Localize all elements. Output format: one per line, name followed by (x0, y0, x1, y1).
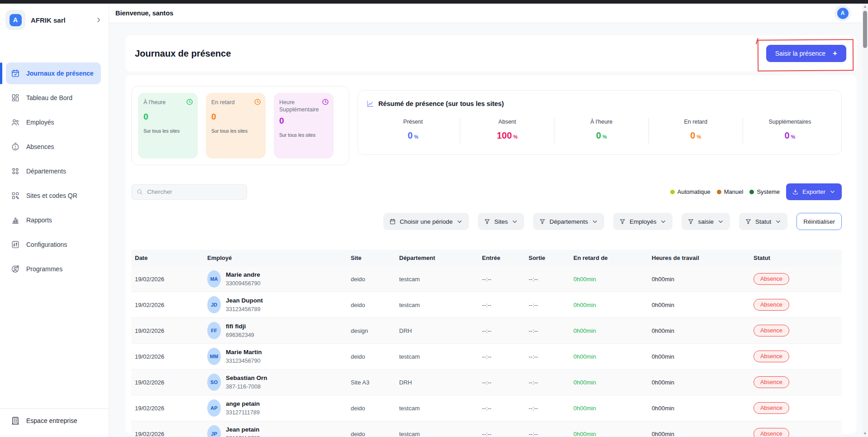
company-brand[interactable]: A AFRIK sarl (0, 4, 109, 36)
column-header-heures-de-travail: Heures de travail (648, 255, 750, 261)
reset-filters-button[interactable]: Réinitialiser (796, 213, 842, 230)
cell-late: 0h00min (570, 379, 648, 386)
table-row[interactable]: 19/02/2026SOSebastian Orn387-116-7008Sit… (131, 370, 842, 395)
table-row[interactable]: 19/02/2026APange petain33127111789deidot… (131, 395, 842, 421)
sidebar-item-tableau-de-bord[interactable]: Tableau de Bord (0, 87, 101, 109)
employee-name: Marie Martin (226, 349, 262, 356)
employee-name: ange petain (226, 400, 260, 408)
status-badge[interactable]: Absence (754, 273, 789, 285)
stat-card-en-retard: En retard0Sur tous les sites (206, 93, 266, 158)
vertical-scrollbar[interactable]: ▲ ▼ (862, 4, 868, 437)
summary-metric-supplementaires: Supplémentaires0% (743, 118, 837, 144)
attendance-table: DateEmployéSiteDépartementEntréeSortieEn… (131, 250, 842, 437)
export-button[interactable]: Exporter (786, 183, 842, 200)
cell-site: deido (347, 276, 396, 283)
search-input[interactable] (147, 188, 242, 195)
column-header-en-retard-de: En retard de (570, 255, 648, 261)
table-header: DateEmployéSiteDépartementEntréeSortieEn… (131, 250, 842, 266)
legend-item-systeme: Systeme (749, 188, 780, 195)
metric-value: 100% (460, 130, 554, 141)
scroll-down-arrow[interactable]: ▼ (863, 431, 867, 437)
sidebar-item-configurations[interactable]: Configurations (0, 234, 101, 255)
qr-code-icon (11, 191, 20, 200)
cell-status: Absence (750, 325, 842, 336)
chevron-right-icon[interactable] (95, 16, 102, 24)
funnel-icon (619, 218, 626, 225)
saisir-presence-label: Saisir la présence (775, 50, 825, 57)
main-area: Bienvenue, santos A Journaux de présence… (109, 4, 868, 437)
scroll-up-arrow[interactable]: ▲ (863, 4, 867, 10)
status-badge[interactable]: Absence (754, 428, 789, 437)
employee-avatar: SO (207, 374, 221, 391)
company-logo: A (10, 14, 22, 26)
employee-name: Marie andre (226, 271, 260, 279)
toolbar: AutomatiqueManuelSysteme Exporter (131, 183, 842, 200)
table-row[interactable]: 19/02/2026MMMarie Martin33123456790deido… (131, 344, 842, 370)
chevron-down-icon (717, 218, 724, 225)
metric-value: 0% (649, 130, 743, 141)
cell-employee: APange petain33127111789 (204, 399, 347, 417)
filter-sites[interactable]: Sites (478, 213, 524, 230)
cell-employee: MMMarie Martin33123456790 (204, 348, 347, 365)
sidebar-item-label: Tableau de Bord (26, 94, 72, 101)
cell-department: DRH (396, 327, 478, 334)
filter-label: Sites (494, 218, 508, 225)
source-legend: AutomatiqueManuelSysteme (670, 188, 780, 195)
sidebar-item-sites-et-codes-qr[interactable]: Sites et codes QR (0, 185, 101, 206)
sidebar-item-espace-entreprise[interactable]: Espace entreprise (0, 408, 109, 437)
status-badge[interactable]: Absence (754, 351, 789, 362)
filter-label: saisie (698, 218, 714, 225)
filter-departements[interactable]: Départements (533, 213, 604, 230)
stat-card-caption: Sur tous les sites (211, 128, 260, 134)
sidebar-item-journaux-de-presence[interactable]: Journaux de présence (6, 62, 101, 84)
cell-date: 19/02/2026 (131, 431, 204, 437)
scrollbar-thumb[interactable] (863, 11, 867, 48)
status-badge[interactable]: Absence (754, 376, 789, 388)
metric-unit: % (513, 134, 518, 139)
stat-card-label: Heure Supplémentaire (279, 99, 328, 113)
status-badge[interactable]: Absence (754, 325, 789, 336)
table-row[interactable]: 19/02/2026JDJean Dupont33123456789deidot… (131, 292, 842, 318)
cell-date: 19/02/2026 (131, 379, 204, 386)
cell-entry: --:-- (478, 302, 525, 308)
stat-card-heure-supplementaire: Heure Supplémentaire0Sur tous les sites (274, 93, 334, 158)
status-badge[interactable]: Absence (754, 402, 789, 414)
filter-saisie[interactable]: saisie (682, 213, 730, 230)
table-row[interactable]: 19/02/2026FFfifi fidji696362349designDRH… (131, 318, 842, 344)
table-row[interactable]: 19/02/2026JPJean petain33127116789deidot… (131, 421, 842, 437)
status-badge[interactable]: Absence (754, 299, 789, 311)
grid-dots-icon (11, 167, 20, 176)
sidebar-item-programmes[interactable]: Programmes (0, 258, 101, 280)
cell-late: 0h00min (570, 302, 648, 308)
cell-exit: --:-- (525, 353, 570, 360)
employee-info: Marie andre33009456790 (226, 271, 260, 286)
metric-unit: % (696, 134, 701, 139)
sidebar-item-absences[interactable]: Absences (0, 136, 101, 158)
filter-statut[interactable]: Statut (739, 213, 787, 230)
cell-status: Absence (750, 402, 842, 414)
metric-value: 0% (554, 130, 648, 141)
sidebar-item-label: Rapports (26, 216, 52, 224)
cell-status: Absence (750, 351, 842, 362)
dashboard-icon (11, 93, 20, 102)
table-row[interactable]: 19/02/2026MAMarie andre33009456790deidot… (131, 266, 842, 292)
saisir-presence-button[interactable]: Saisir la présence + (766, 45, 846, 62)
filter-employes[interactable]: Employés (613, 213, 672, 230)
sidebar-item-label: Absences (26, 143, 54, 150)
sidebar-item-employes[interactable]: Employés (0, 111, 101, 133)
cell-late: 0h00min (570, 405, 648, 412)
funnel-icon (484, 218, 491, 225)
window-top-bar (0, 0, 868, 4)
cell-site: deido (347, 431, 396, 437)
user-avatar[interactable]: A (835, 5, 851, 21)
employee-avatar: MM (207, 348, 221, 365)
sidebar-item-rapports[interactable]: Rapports (0, 209, 101, 231)
period-filter[interactable]: Choisir une période (383, 213, 469, 230)
metric-label: En retard (649, 119, 743, 125)
filter-label: Employés (630, 218, 656, 225)
cell-exit: --:-- (525, 327, 570, 334)
sidebar-item-departements[interactable]: Départements (0, 160, 101, 182)
employee-avatar: MA (207, 270, 221, 288)
company-logo-frame: A (5, 10, 25, 30)
metric-unit: % (414, 134, 419, 139)
